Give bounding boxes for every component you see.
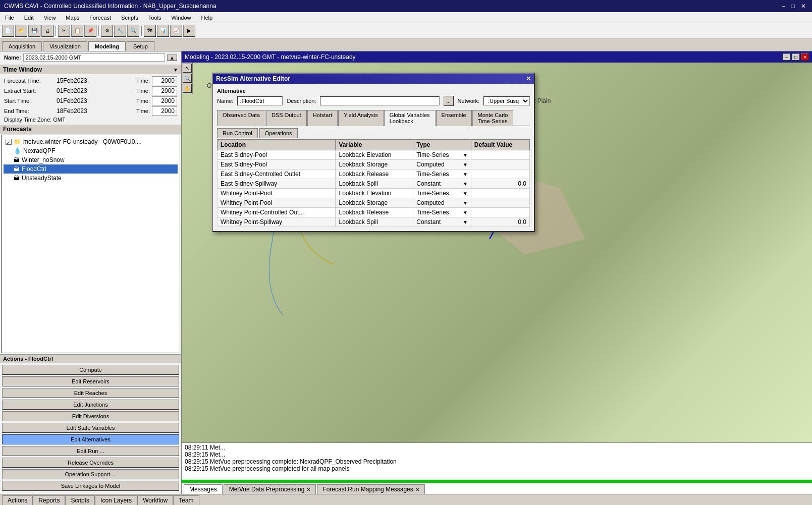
tb-print-button[interactable]: 🖨 [41, 25, 53, 37]
dialog-desc-input[interactable] [320, 96, 439, 105]
forecast-tree[interactable]: 📁 metvue.winter-FC-unsteady - Q0W0F0U0..… [1, 135, 180, 353]
edit-state-variables-button[interactable]: Edit State Variables [2, 423, 179, 433]
tb-new-button[interactable]: 📄 [2, 25, 14, 37]
save-linkages-button[interactable]: Save Linkages to Model [2, 481, 179, 491]
name-collapse-btn[interactable]: ▲ [167, 54, 177, 61]
tab-setup[interactable]: Setup [127, 41, 154, 51]
cell-type-7[interactable]: Constant ▼ [413, 217, 471, 227]
cell-type-6[interactable]: Time-Series ▼ [413, 208, 471, 217]
pointer-tool[interactable]: ↖ [183, 64, 192, 73]
dialog-tab-observed[interactable]: Observed Data [217, 110, 265, 126]
tb-tool-1[interactable]: ⚙ [101, 25, 113, 37]
table-row-7[interactable]: Whitney Point-Spillway Lookback Spill Co… [218, 217, 530, 227]
dialog-tab-monte[interactable]: Monte CarloTime-Series [472, 110, 514, 126]
edit-alternatives-button[interactable]: Edit Alternatives [2, 434, 179, 444]
minimize-button[interactable]: – [780, 3, 787, 9]
cell-type-5[interactable]: Computed ▼ [413, 198, 471, 208]
forecast-item-unsteady[interactable]: 🏔 UnsteadyState [4, 174, 178, 183]
type-dropdown-2[interactable]: ▼ [463, 172, 468, 177]
forecast-item-winter[interactable]: 🏔 Winter_noSnow [4, 155, 178, 164]
compute-button[interactable]: Compute [2, 365, 179, 375]
inner-maximize-btn[interactable]: □ [792, 53, 800, 61]
type-dropdown-0[interactable]: ▼ [463, 152, 468, 158]
type-dropdown-5[interactable]: ▼ [463, 200, 468, 206]
edit-reservoirs-button[interactable]: Edit Reservoirs [2, 376, 179, 386]
tab-forecast-mapping[interactable]: Forecast Run Mapping Messages ✕ [317, 484, 424, 494]
menu-maps[interactable]: Maps [63, 14, 82, 22]
cell-type-1[interactable]: Computed ▼ [413, 160, 471, 170]
tb-map-2[interactable]: 📊 [157, 25, 169, 37]
menu-window[interactable]: Window [168, 14, 194, 22]
type-dropdown-1[interactable]: ▼ [463, 162, 468, 167]
forecast-item-0[interactable]: 📁 metvue.winter-FC-unsteady - Q0W0F0U0..… [4, 137, 178, 146]
time-window-collapse[interactable]: ▼ [173, 67, 178, 73]
dialog-tab-yield[interactable]: Yield Analysis [338, 110, 383, 126]
edit-run-button[interactable]: Edit Run ... [2, 446, 179, 456]
tab-workflow[interactable]: Workflow [137, 495, 173, 505]
pan-tool[interactable]: ✋ [183, 84, 192, 93]
tb-tool-2[interactable]: 🔧 [114, 25, 126, 37]
tab-modeling[interactable]: Modeling [88, 41, 126, 51]
dialog-tab-run-control[interactable]: Run Control [217, 128, 258, 138]
tb-cut-button[interactable]: ✂ [58, 25, 70, 37]
dialog-tab-global[interactable]: Global VariablesLookback [384, 110, 436, 126]
zoom-tool[interactable]: 🔍 [183, 74, 192, 83]
mapping-tab-close[interactable]: ✕ [415, 487, 419, 492]
dialog-name-input[interactable] [237, 96, 283, 105]
tb-copy-button[interactable]: 📋 [71, 25, 83, 37]
table-row-1[interactable]: East Sidney-Pool Lookback Storage Comput… [218, 160, 530, 170]
tab-actions[interactable]: Actions [2, 495, 33, 505]
dialog-tab-dss[interactable]: DSS Output [266, 110, 307, 126]
menu-scripts[interactable]: Scripts [118, 14, 141, 22]
menu-help[interactable]: Help [198, 14, 216, 22]
type-dropdown-7[interactable]: ▼ [463, 219, 468, 225]
dialog-browse-button[interactable]: ... [444, 96, 454, 106]
metvue-tab-close[interactable]: ✕ [306, 487, 310, 492]
tab-reports[interactable]: Reports [33, 495, 65, 505]
inner-minimize-btn[interactable]: – [783, 53, 791, 61]
close-button[interactable]: ✕ [799, 3, 808, 9]
table-row-6[interactable]: Whitney Point-Controlled Out... Lookback… [218, 208, 530, 217]
edit-diversions-button[interactable]: Edit Diversions [2, 411, 179, 421]
cell-type-0[interactable]: Time-Series ▼ [413, 150, 471, 160]
tab-acquisition[interactable]: Acquisition [2, 41, 42, 51]
tb-paste-button[interactable]: 📌 [84, 25, 96, 37]
tb-map-1[interactable]: 🗺 [144, 25, 156, 37]
tb-map-3[interactable]: 📈 [170, 25, 182, 37]
tab-scripts[interactable]: Scripts [65, 495, 95, 505]
menu-forecast[interactable]: Forecast [86, 14, 114, 22]
menu-file[interactable]: File [2, 14, 17, 22]
dialog-tab-operations[interactable]: Operations [259, 128, 298, 138]
menu-tools[interactable]: Tools [145, 14, 165, 22]
type-dropdown-6[interactable]: ▼ [463, 210, 468, 215]
dialog-network-select[interactable]: :Upper Susq [483, 96, 530, 105]
dialog-tab-ensemble[interactable]: Ensemble [436, 110, 472, 126]
forecast-item-floodctrl[interactable]: 🏔 FloodCtrl [4, 164, 178, 174]
forecast-checkbox-0[interactable] [6, 139, 12, 145]
edit-reaches-button[interactable]: Edit Reaches [2, 388, 179, 398]
tb-tool-3[interactable]: 🔍 [127, 25, 139, 37]
edit-junctions-button[interactable]: Edit Junctions [2, 400, 179, 410]
table-row-0[interactable]: East Sidney-Pool Lookback Elevation Time… [218, 150, 530, 160]
type-dropdown-4[interactable]: ▼ [463, 191, 468, 196]
tb-save-button[interactable]: 💾 [28, 25, 40, 37]
forecast-item-nexrad[interactable]: 💧 NexradQPF [4, 146, 178, 155]
table-row-5[interactable]: Whitney Point-Pool Lookback Storage Comp… [218, 198, 530, 208]
tab-visualization[interactable]: Visualization [43, 41, 87, 51]
dialog-tab-hotstart[interactable]: Hotstart [307, 110, 338, 126]
maximize-button[interactable]: □ [789, 3, 797, 9]
tb-run[interactable]: ▶ [183, 25, 195, 37]
release-overrides-button[interactable]: Release Overrides [2, 458, 179, 468]
menu-view[interactable]: View [41, 14, 59, 22]
tab-icon-layers[interactable]: Icon Layers [95, 495, 137, 505]
cell-type-2[interactable]: Time-Series ▼ [413, 170, 471, 179]
cell-type-3[interactable]: Constant ▼ [413, 179, 471, 189]
table-row-4[interactable]: Whitney Point-Pool Lookback Elevation Ti… [218, 189, 530, 198]
operation-support-button[interactable]: Operation Support ... [2, 469, 179, 479]
cell-type-4[interactable]: Time-Series ▼ [413, 189, 471, 198]
table-row-3[interactable]: East Sidney-Spillway Lookback Spill Cons… [218, 179, 530, 189]
dialog-close-button[interactable]: ✕ [526, 75, 531, 82]
tb-open-button[interactable]: 📂 [15, 25, 27, 37]
map-container[interactable]: Oneida Fort Plain Susquehanna_280 S270 S… [182, 63, 812, 442]
menu-edit[interactable]: Edit [21, 14, 37, 22]
